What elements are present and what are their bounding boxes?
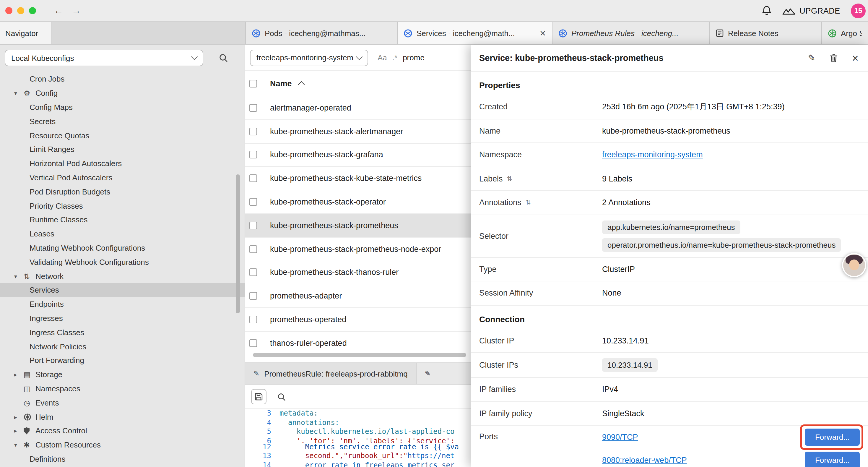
horizontal-scrollbar[interactable]	[253, 353, 466, 357]
kubeconfig-select[interactable]: Local Kubeconfigs	[5, 50, 203, 66]
service-name: thanos-ruler-operated	[270, 339, 347, 348]
table-row[interactable]: prometheus-adapter	[245, 285, 471, 308]
table-row[interactable]: kube-prometheus-stack-prometheus	[245, 214, 471, 238]
row-checkbox[interactable]	[249, 222, 257, 229]
line-number: 3	[245, 409, 279, 418]
sidebar-item-ingress-classes[interactable]: Ingress Classes	[0, 325, 245, 340]
sidebar-item-priority-classes[interactable]: Priority Classes	[0, 199, 245, 213]
save-button[interactable]	[251, 389, 267, 404]
sidebar-item-runtime-classes[interactable]: Runtime Classes	[0, 213, 245, 227]
close-drawer-button[interactable]: ×	[852, 52, 859, 63]
dock-tab-prometheusrule[interactable]: ✎ PrometheusRule: freeleaps-prod-rabbitm…	[245, 363, 416, 384]
edit-service-button[interactable]: ✎	[808, 53, 815, 63]
sidebar-item-vertical-pod-autoscalers[interactable]: Vertical Pod Autoscalers	[0, 171, 245, 185]
row-checkbox[interactable]	[249, 127, 257, 135]
port-link[interactable]: 8080:reloader-web/TCP	[602, 456, 687, 465]
forward-button[interactable]: →	[71, 6, 81, 16]
sidebar-item-cron-jobs[interactable]: Cron Jobs	[0, 72, 245, 86]
yaml-editor[interactable]: 3metadata:4 annotations:5 kubectl.kubern…	[245, 409, 471, 467]
close-window-button[interactable]	[5, 7, 12, 14]
service-name: kube-prometheus-stack-prometheus	[270, 221, 398, 230]
sidebar-item-events[interactable]: ◷Events	[0, 396, 245, 410]
table-row[interactable]: kube-prometheus-stack-thanos-ruler	[245, 261, 471, 285]
row-checkbox[interactable]	[249, 198, 257, 206]
tab-argo-se[interactable]: Argo Se	[822, 22, 868, 44]
select-all-checkbox[interactable]	[249, 80, 257, 87]
namespace-link[interactable]: freeleaps-monitoring-system	[602, 150, 703, 159]
sidebar-item-pod-disruption-budgets[interactable]: Pod Disruption Budgets	[0, 185, 245, 199]
zoom-window-button[interactable]	[29, 7, 36, 14]
forward-button[interactable]: Forward...	[805, 451, 860, 467]
table-row[interactable]: kube-prometheus-stack-grafana	[245, 143, 471, 167]
name-column-header[interactable]: Name	[270, 79, 292, 88]
resource-search-input[interactable]: Aa .* prome	[378, 53, 425, 62]
table-row[interactable]: thanos-ruler-operated	[245, 332, 471, 355]
line-number: 4	[245, 418, 279, 428]
sidebar-item-services[interactable]: Services	[0, 283, 245, 297]
sidebar-item-config[interactable]: ▾⚙Config	[0, 86, 245, 100]
row-checkbox[interactable]	[249, 104, 257, 112]
sidebar-item-leases[interactable]: Leases	[0, 227, 245, 241]
table-row[interactable]: kube-prometheus-stack-operator	[245, 191, 471, 214]
tab-services-icecheng-math[interactable]: Services - icecheng@math...✕	[398, 22, 553, 44]
sidebar-item-mutating-webhook-configurations[interactable]: Mutating Webhook Configurations	[0, 241, 245, 255]
row-checkbox[interactable]	[249, 151, 257, 159]
sidebar-item-custom-resources[interactable]: ▾✱Custom Resources	[0, 438, 245, 452]
row-checkbox[interactable]	[249, 269, 257, 276]
line-number: 13	[245, 452, 279, 461]
match-case-toggle[interactable]: Aa	[378, 53, 387, 62]
sidebar-item-namespaces[interactable]: ◫Namespaces	[0, 382, 245, 396]
back-button[interactable]: ←	[54, 6, 63, 16]
row-checkbox[interactable]	[249, 292, 257, 300]
row-checkbox[interactable]	[249, 175, 257, 182]
notifications-bell-icon[interactable]	[762, 5, 772, 16]
expand-toggle-icon[interactable]: ⇅	[507, 175, 512, 183]
table-row[interactable]: alertmanager-operated	[245, 96, 471, 120]
dock-tab-next[interactable]: ✎	[416, 363, 471, 384]
table-row[interactable]: prometheus-operated	[245, 308, 471, 332]
sidebar-item-network-policies[interactable]: Network Policies	[0, 339, 245, 353]
sidebar-search-icon[interactable]	[219, 53, 228, 63]
table-header[interactable]: Name	[245, 71, 471, 96]
sidebar-item-config-maps[interactable]: Config Maps	[0, 100, 245, 114]
port-link[interactable]: 9090/TCP	[602, 433, 638, 442]
tab-release-notes[interactable]: Release Notes	[710, 22, 822, 44]
minimize-window-button[interactable]	[17, 7, 24, 14]
sidebar-item-helm[interactable]: ▸Helm	[0, 410, 245, 424]
table-row[interactable]: kube-prometheus-stack-alertmanager	[245, 120, 471, 144]
sidebar-item-ingresses[interactable]: Ingresses	[0, 311, 245, 325]
sidebar-item-validating-webhook-configuration[interactable]: Validating Webhook Configurations	[0, 255, 245, 269]
row-checkbox[interactable]	[249, 316, 257, 323]
sidebar-item-resource-quotas[interactable]: Resource Quotas	[0, 128, 245, 143]
sidebar-item-port-forwarding[interactable]: Port Forwarding	[0, 353, 245, 368]
notification-count-badge[interactable]: 15	[851, 3, 866, 18]
forward-button[interactable]: Forward...	[805, 429, 860, 446]
navigator-panel-tab[interactable]: Navigator	[0, 22, 52, 44]
table-row[interactable]: kube-prometheus-stack-prometheus-node-ex…	[245, 238, 471, 261]
regex-toggle[interactable]: .*	[392, 53, 397, 62]
sidebar-item-limit-ranges[interactable]: Limit Ranges	[0, 143, 245, 157]
sidebar-item-network[interactable]: ▾⇅Network	[0, 269, 245, 283]
k8s-green-icon	[828, 29, 837, 37]
close-tab-icon[interactable]: ✕	[539, 29, 546, 37]
editor-search-icon[interactable]	[277, 392, 286, 401]
expand-toggle-icon[interactable]: ⇅	[526, 199, 531, 207]
sidebar-item-endpoints[interactable]: Endpoints	[0, 297, 245, 312]
row-checkbox[interactable]	[249, 339, 257, 347]
row-checkbox[interactable]	[249, 245, 257, 253]
namespace-select[interactable]: freeleaps-monitoring-system	[250, 49, 368, 66]
user-avatar[interactable]	[842, 253, 866, 277]
tab-prometheus-rules-icecheng[interactable]: Prometheus Rules - icecheng...	[553, 22, 710, 44]
sidebar-item-storage[interactable]: ▸▤Storage	[0, 368, 245, 382]
sidebar-item-label: Namespaces	[35, 384, 80, 393]
editor-line: 13 second.","runbook_url":"https://net	[245, 452, 471, 461]
delete-service-button[interactable]	[830, 54, 838, 62]
sidebar-item-horizontal-pod-autoscalers[interactable]: Horizontal Pod Autoscalers	[0, 157, 245, 171]
sidebar-scrollbar[interactable]	[236, 174, 240, 313]
table-row[interactable]: kube-prometheus-stack-kube-state-metrics	[245, 167, 471, 191]
sidebar-item-access-control[interactable]: ▸Access Control	[0, 424, 245, 438]
upgrade-button[interactable]: UPGRADE	[782, 6, 840, 15]
sidebar-item-definitions[interactable]: Definitions	[0, 452, 245, 466]
tab-pods-icecheng-mathmas[interactable]: Pods - icecheng@mathmas...	[246, 22, 398, 44]
sidebar-item-secrets[interactable]: Secrets	[0, 114, 245, 128]
